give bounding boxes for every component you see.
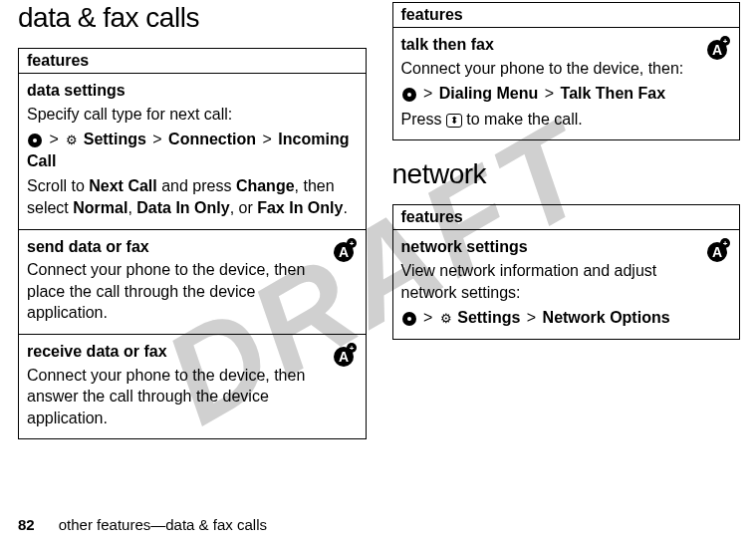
footer-text: other features—data & fax calls (59, 516, 267, 533)
cell-title: data settings (27, 80, 358, 102)
right-column: features A+ talk then fax Connect your p… (392, 2, 739, 457)
heading-network: network (392, 158, 739, 190)
accessibility-badge-icon: A+ (703, 236, 731, 270)
heading-data-fax: data & fax calls (18, 2, 365, 34)
cell-title: receive data or fax (27, 341, 358, 363)
cell-title: talk then fax (401, 34, 732, 56)
gt: > (49, 131, 58, 147)
press-instruction: Press ⬍ to make the call. (401, 109, 732, 131)
nav-path: > ⚙ Settings > Network Options (401, 307, 732, 329)
center-key-icon (28, 134, 42, 147)
page-number: 82 (18, 516, 35, 533)
txt: to make the call. (462, 111, 583, 128)
cell-desc: Connect your phone to the device, then a… (27, 365, 358, 429)
nav-path: > Dialing Menu > Talk Then Fax (401, 83, 732, 105)
cell-title: network settings (401, 236, 732, 258)
settings-icon: ⚙ (66, 132, 78, 149)
page-footer: 82other features—data & fax calls (18, 516, 267, 533)
table-header: features (393, 205, 740, 230)
scroll-instruction: Scroll to Next Call and press Change, th… (27, 175, 358, 218)
svg-text:A: A (338, 244, 348, 260)
txt: , or (230, 199, 258, 216)
svg-text:+: + (349, 239, 354, 248)
data-only: Data In Only (136, 199, 229, 216)
txt: , (127, 199, 136, 216)
left-column: data & fax calls features data settings … (18, 2, 365, 457)
cell-title: send data or fax (27, 236, 358, 258)
gt: > (423, 309, 432, 326)
center-key-icon (402, 88, 416, 102)
features-table-right-top: features A+ talk then fax Connect your p… (392, 2, 741, 140)
cell-data-settings: data settings Specify call type for next… (19, 74, 366, 230)
cell-desc: View network information and adjust netw… (401, 260, 732, 303)
change: Change (236, 177, 295, 194)
cell-send-data: A+ send data or fax Connect your phone t… (19, 230, 366, 335)
txt: . (343, 199, 347, 216)
accessibility-badge-icon: A+ (703, 34, 731, 68)
txt: Press (401, 111, 446, 128)
nav-netopt: Network Options (543, 309, 670, 326)
svg-text:+: + (349, 344, 354, 353)
txt: Scroll to (27, 177, 89, 194)
next-call: Next Call (89, 177, 156, 194)
accessibility-badge-icon: A+ (330, 236, 358, 270)
svg-text:A: A (712, 42, 722, 58)
table-header: features (393, 3, 740, 28)
svg-text:A: A (338, 349, 348, 365)
send-key-icon: ⬍ (446, 114, 462, 128)
cell-talk-then-fax: A+ talk then fax Connect your phone to t… (393, 28, 740, 139)
gt: > (527, 309, 536, 326)
txt: and press (157, 177, 236, 194)
svg-text:+: + (723, 239, 728, 248)
cell-desc: Specify call type for next call: (27, 106, 232, 123)
accessibility-badge-icon: A+ (330, 341, 358, 375)
features-table-left: features data settings Specify call type… (18, 48, 367, 439)
gt: > (423, 85, 432, 102)
cell-receive-data: A+ receive data or fax Connect your phon… (19, 335, 366, 438)
nav-dialing: Dialing Menu (439, 85, 539, 102)
nav-path: > ⚙ Settings > Connection > Incoming Cal… (27, 129, 358, 171)
svg-text:+: + (723, 37, 728, 46)
table-header: features (19, 49, 366, 74)
svg-text:A: A (712, 244, 722, 260)
cell-network-settings: A+ network settings View network informa… (393, 230, 740, 338)
nav-ttf: Talk Then Fax (561, 85, 666, 102)
settings-icon: ⚙ (440, 310, 452, 328)
gt: > (263, 131, 272, 147)
nav-settings: Settings (457, 309, 520, 326)
features-table-network: features A+ network settings View networ… (392, 204, 741, 339)
fax-only: Fax In Only (257, 199, 343, 216)
cell-desc: Connect your phone to the device, then: (401, 58, 732, 80)
gt: > (545, 85, 554, 102)
center-key-icon (402, 312, 416, 326)
normal: Normal (73, 199, 127, 216)
cell-desc: Connect your phone to the device, then p… (27, 259, 358, 324)
nav-settings: Settings (84, 131, 146, 147)
nav-connection: Connection (168, 131, 256, 147)
gt: > (152, 131, 161, 147)
